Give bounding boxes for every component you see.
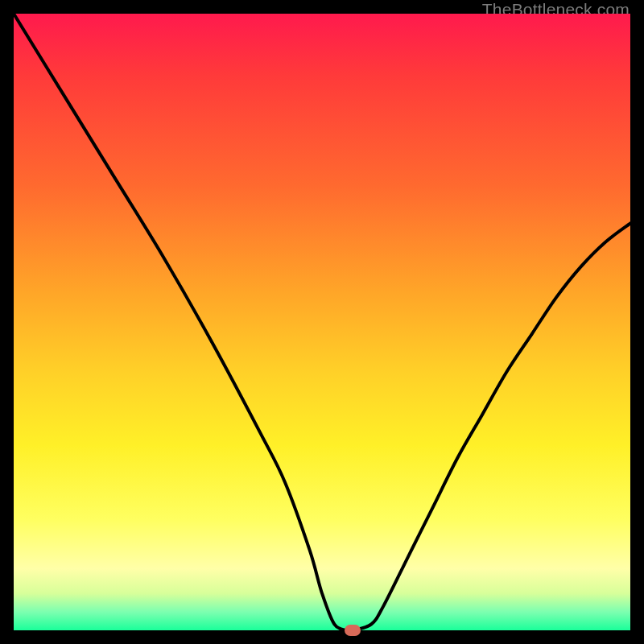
chart-plot-area: [14, 14, 630, 630]
bottleneck-curve: [14, 14, 630, 630]
optimum-marker: [345, 625, 361, 636]
